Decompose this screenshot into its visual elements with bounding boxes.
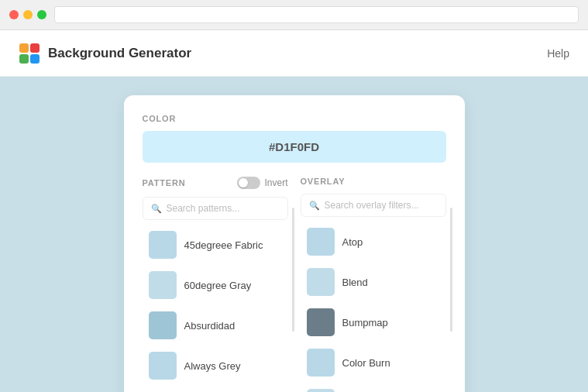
- overlay-list: Atop Blend Bumpmap Color Burn: [301, 223, 446, 392]
- svg-rect-2: [19, 54, 29, 64]
- help-link[interactable]: Help: [547, 47, 569, 60]
- list-item[interactable]: Color Dodge: [301, 384, 446, 392]
- toggle-knob: [239, 178, 248, 187]
- overlay-thumb-0: [307, 228, 335, 256]
- app-title: Background Generator: [48, 46, 191, 61]
- logo-area: Background Generator: [19, 43, 191, 64]
- pattern-thumb-0: [149, 231, 177, 259]
- pattern-thumb-1: [149, 271, 177, 299]
- pattern-item-label-1: 60degree Gray: [184, 280, 252, 291]
- browser-chrome: [0, 0, 588, 30]
- overlay-thumb-1: [307, 268, 335, 296]
- card: COLOR #D1F0FD PATTERN Invert 🔍 Search: [124, 95, 465, 392]
- pattern-search-placeholder: Search patterns...: [167, 203, 240, 214]
- main-content: COLOR #D1F0FD PATTERN Invert 🔍 Search: [0, 77, 588, 392]
- pattern-search-icon: 🔍: [151, 204, 162, 214]
- list-item[interactable]: Atop: [301, 223, 446, 260]
- overlay-item-label-3: Color Burn: [342, 357, 390, 369]
- list-item[interactable]: 60degree Gray: [143, 266, 288, 304]
- svg-rect-3: [30, 54, 40, 64]
- overlay-col-header: OVERLAY: [301, 177, 446, 186]
- overlay-section-label: OVERLAY: [301, 177, 346, 186]
- pattern-column: PATTERN Invert 🔍 Search patterns...: [143, 177, 288, 392]
- close-button[interactable]: [9, 10, 19, 19]
- list-item[interactable]: Always Grey: [143, 347, 288, 384]
- list-item[interactable]: Blend: [301, 263, 446, 301]
- pattern-list: 45degreee Fabric 60degree Gray Absurdida…: [143, 226, 288, 392]
- app-logo-icon: [19, 43, 40, 64]
- overlay-thumb-3: [307, 349, 335, 377]
- list-item[interactable]: Absurdidad: [143, 307, 288, 344]
- overlay-column: OVERLAY 🔍 Search overlay filters... Atop…: [301, 177, 446, 392]
- address-bar[interactable]: [54, 6, 579, 23]
- svg-rect-1: [30, 43, 40, 53]
- overlay-thumb-4: [307, 389, 335, 392]
- invert-toggle[interactable]: [237, 177, 260, 189]
- svg-rect-0: [19, 43, 29, 53]
- two-columns: PATTERN Invert 🔍 Search patterns...: [143, 177, 446, 392]
- overlay-search-placeholder: Search overlay filters...: [325, 200, 419, 211]
- overlay-item-label-1: Blend: [342, 277, 368, 288]
- pattern-thumb-2: [149, 311, 177, 339]
- minimize-button[interactable]: [23, 10, 33, 19]
- pattern-item-label-3: Always Grey: [184, 360, 241, 372]
- invert-label: Invert: [264, 177, 287, 188]
- app-header: Background Generator Help: [0, 30, 588, 77]
- color-display[interactable]: #D1F0FD: [143, 131, 446, 163]
- pattern-search-box[interactable]: 🔍 Search patterns...: [143, 197, 288, 220]
- list-item[interactable]: Color Burn: [301, 344, 446, 381]
- overlay-thumb-2: [307, 308, 335, 336]
- pattern-item-label-2: Absurdidad: [184, 320, 236, 332]
- list-item[interactable]: Arab Tile: [143, 387, 288, 392]
- overlay-search-icon: 🔍: [309, 201, 320, 211]
- maximize-button[interactable]: [37, 10, 46, 19]
- list-item[interactable]: Bumpmap: [301, 304, 446, 341]
- invert-toggle-wrap: Invert: [237, 177, 287, 189]
- pattern-section-label: PATTERN: [143, 178, 186, 187]
- pattern-col-header: PATTERN Invert: [143, 177, 288, 189]
- list-item[interactable]: 45degreee Fabric: [143, 226, 288, 263]
- color-section-label: COLOR: [143, 114, 446, 123]
- overlay-item-label-0: Atop: [342, 236, 363, 248]
- traffic-lights: [9, 10, 46, 19]
- overlay-search-box[interactable]: 🔍 Search overlay filters...: [301, 194, 446, 217]
- pattern-thumb-3: [149, 352, 177, 380]
- pattern-item-label-0: 45degreee Fabric: [184, 239, 263, 251]
- overlay-item-label-2: Bumpmap: [342, 317, 388, 328]
